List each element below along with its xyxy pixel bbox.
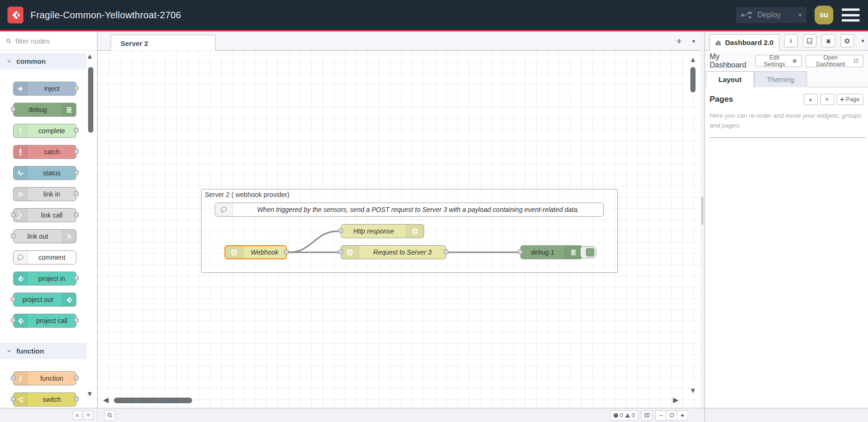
input-port[interactable] bbox=[11, 318, 15, 323]
output-port[interactable] bbox=[74, 149, 79, 154]
palette-node-link-out[interactable]: link out bbox=[13, 229, 76, 243]
sidebar-tab-label: Dashboard 2.0 bbox=[725, 38, 773, 46]
palette-expand-all-button[interactable] bbox=[83, 411, 93, 420]
add-flow-button[interactable]: + bbox=[676, 36, 682, 46]
debug-sidebar-button[interactable] bbox=[822, 34, 835, 47]
canvas-scroll-left-icon[interactable]: ◀ bbox=[103, 396, 109, 404]
palette-node-debug[interactable]: debug bbox=[13, 103, 76, 117]
add-page-label: Page bbox=[846, 96, 860, 103]
output-port[interactable] bbox=[74, 86, 79, 90]
zoom-reset-button[interactable] bbox=[666, 410, 677, 421]
output-port[interactable] bbox=[74, 170, 79, 175]
chevrons-down-icon bbox=[824, 97, 830, 102]
input-port[interactable] bbox=[11, 376, 15, 380]
palette-node-complete[interactable]: complete bbox=[13, 124, 76, 138]
tab-server-2[interactable]: Server 2 bbox=[111, 35, 216, 51]
deploy-options-chevron-icon[interactable]: ▾ bbox=[793, 12, 801, 18]
canvas-hscrollbar-thumb[interactable] bbox=[114, 398, 192, 403]
tab-layout[interactable]: Layout bbox=[706, 71, 754, 87]
input-port[interactable] bbox=[518, 249, 523, 254]
palette-category-label: function bbox=[16, 347, 44, 355]
canvas-scroll-up-icon[interactable]: ▲ bbox=[689, 55, 696, 63]
input-port[interactable] bbox=[338, 228, 343, 233]
notifications-status[interactable]: ! 0 ! 0 bbox=[610, 410, 638, 421]
flow-node-debug-1[interactable]: debug 1 bbox=[520, 245, 583, 259]
palette-scroll-down-icon[interactable]: ▼ bbox=[86, 390, 93, 398]
workspace[interactable]: Server 2 ( webhook provider) When trigge… bbox=[97, 51, 701, 408]
flow-node-label: Request to Server 3 bbox=[359, 246, 446, 259]
palette-category-common[interactable]: common bbox=[0, 53, 87, 69]
info-button[interactable]: i bbox=[784, 34, 798, 47]
output-port[interactable] bbox=[74, 128, 79, 133]
palette-node-project-in[interactable]: project in bbox=[13, 271, 76, 286]
wire-0[interactable] bbox=[289, 231, 338, 252]
flow-tab-label: Server 2 bbox=[120, 39, 148, 47]
sidebar-tabs-chevron-icon[interactable]: ▾ bbox=[861, 38, 864, 44]
resize-grip bbox=[701, 197, 703, 225]
flow-node-request-to-server-3[interactable]: Request to Server 3 bbox=[341, 245, 446, 259]
output-port[interactable] bbox=[74, 212, 79, 217]
zoom-out-button[interactable]: − bbox=[655, 410, 666, 421]
palette-node-project-call[interactable]: project call bbox=[13, 314, 76, 328]
input-port[interactable] bbox=[11, 234, 15, 238]
warning-count: 0 bbox=[632, 412, 635, 419]
config-nodes-button[interactable] bbox=[840, 34, 854, 47]
canvas-scroll-right-icon[interactable]: ▶ bbox=[673, 396, 679, 404]
zoom-reset-icon bbox=[669, 412, 675, 418]
zoom-in-button[interactable]: + bbox=[677, 410, 688, 421]
palette-node-project-out[interactable]: project out bbox=[13, 293, 76, 307]
output-port[interactable] bbox=[74, 318, 79, 323]
palette-node-switch[interactable]: switch bbox=[13, 392, 76, 407]
app-logo-icon[interactable] bbox=[7, 7, 23, 23]
edit-settings-button[interactable]: Edit Settings bbox=[755, 55, 802, 67]
input-port[interactable] bbox=[11, 107, 15, 112]
deploy-button[interactable]: Deploy ▾ bbox=[736, 7, 806, 23]
canvas-vscrollbar-thumb[interactable] bbox=[690, 67, 696, 92]
input-port[interactable] bbox=[338, 249, 343, 254]
canvas-scroll-down-icon[interactable]: ▼ bbox=[689, 386, 696, 394]
palette-node-inject[interactable]: inject bbox=[13, 82, 76, 96]
palette-filter-input[interactable] bbox=[15, 37, 76, 45]
search-flows-button[interactable] bbox=[104, 410, 115, 421]
output-port[interactable] bbox=[74, 191, 79, 196]
palette-node-link-in[interactable]: link in bbox=[13, 187, 76, 201]
debug-toggle-button[interactable] bbox=[580, 246, 596, 258]
palette-node-comment[interactable]: comment bbox=[13, 250, 76, 264]
palette-collapse-all-button[interactable] bbox=[72, 411, 82, 420]
palette-node-catch[interactable]: catch bbox=[13, 145, 76, 159]
flow-node-comment[interactable]: When triggered by the sensors, send a PO… bbox=[215, 203, 604, 217]
page-title: Fragile-Common-Yellowthroat-2706 bbox=[30, 10, 181, 21]
palette-node-link-call[interactable]: link call bbox=[13, 208, 76, 222]
output-port[interactable] bbox=[74, 376, 79, 380]
output-port[interactable] bbox=[74, 397, 79, 401]
palette-scroll-up-icon[interactable]: ▲ bbox=[86, 52, 93, 60]
flow-node-http-response[interactable]: Http response bbox=[341, 224, 424, 238]
input-port[interactable] bbox=[11, 397, 15, 401]
output-port[interactable] bbox=[444, 249, 449, 254]
tab-theming[interactable]: Theming bbox=[754, 71, 807, 87]
open-dashboard-button[interactable]: Open Dashboard bbox=[806, 55, 863, 67]
output-port[interactable] bbox=[74, 276, 79, 280]
sidebar-resize-handle[interactable] bbox=[701, 31, 704, 408]
palette-category-function[interactable]: function bbox=[0, 343, 87, 359]
collapse-all-button[interactable] bbox=[804, 94, 818, 105]
expand-all-button[interactable] bbox=[820, 94, 834, 105]
toggle-navigator-button[interactable] bbox=[641, 410, 652, 421]
header: Fragile-Common-Yellowthroat-2706 Deploy … bbox=[0, 0, 868, 30]
input-port[interactable] bbox=[11, 297, 15, 301]
input-port[interactable] bbox=[11, 212, 15, 217]
pages-divider bbox=[710, 137, 866, 138]
main-menu-button[interactable] bbox=[842, 8, 860, 22]
flow-node-webhook[interactable]: Webhook bbox=[224, 245, 287, 259]
flow-node-label: Webhook bbox=[243, 246, 286, 258]
palette-node-label: debug bbox=[14, 103, 62, 116]
output-port[interactable] bbox=[284, 249, 289, 254]
palette-node-status[interactable]: status bbox=[13, 166, 76, 180]
user-avatar[interactable]: su bbox=[815, 6, 833, 24]
tab-dashboard-2[interactable]: Dashboard 2.0 bbox=[710, 34, 779, 51]
palette-scrollbar-thumb[interactable] bbox=[88, 67, 93, 133]
help-button[interactable] bbox=[803, 34, 816, 47]
flow-list-chevron-icon[interactable]: ▾ bbox=[692, 38, 695, 45]
palette-node-function[interactable]: ffunction bbox=[13, 371, 76, 385]
add-page-button[interactable]: + Page bbox=[837, 94, 863, 105]
